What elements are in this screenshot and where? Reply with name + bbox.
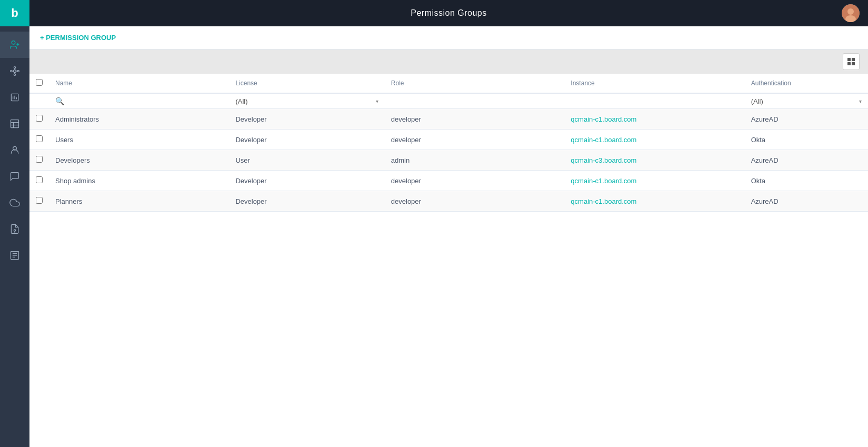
row-checkbox[interactable] — [36, 156, 43, 163]
row-role: developer — [385, 171, 565, 191]
filter-checkbox-cell — [29, 93, 49, 109]
filter-auth-cell: (All) AzureAD Okta ▾ — [745, 93, 868, 109]
content-area: + PERMISSION GROUP — [29, 26, 868, 447]
row-checkbox[interactable] — [36, 115, 43, 122]
topbar: Permission Groups — [29, 0, 868, 26]
svg-rect-31 — [847, 62, 851, 65]
row-license: Developer — [229, 130, 384, 150]
svg-rect-30 — [852, 58, 855, 61]
table-row[interactable]: Shop admins Developer developer qcmain-c… — [29, 171, 868, 191]
row-license: Developer — [229, 171, 384, 191]
filter-role-cell — [385, 93, 565, 109]
col-header-license: License — [229, 74, 384, 93]
sidebar-item-reports[interactable] — [0, 84, 29, 111]
svg-rect-14 — [11, 120, 19, 128]
svg-point-20 — [14, 230, 15, 231]
license-chevron-icon: ▾ — [376, 98, 378, 104]
filter-instance-cell — [564, 93, 744, 109]
table-header-row: Name License Role Instance Authenticatio — [29, 74, 868, 93]
col-header-instance: Instance — [564, 74, 744, 93]
row-checkbox-cell — [29, 171, 49, 191]
table-row[interactable]: Administrators Developer developer qcmai… — [29, 109, 868, 130]
filter-bar — [29, 49, 868, 74]
row-role: developer — [385, 109, 565, 130]
row-role: admin — [385, 150, 565, 171]
row-instance: qcmain-c1.board.com — [564, 130, 744, 150]
col-header-auth: Authentication — [745, 74, 868, 93]
svg-point-27 — [847, 8, 854, 15]
row-checkbox-cell — [29, 130, 49, 150]
search-icon: 🔍 — [55, 97, 64, 105]
sidebar-item-data[interactable] — [0, 111, 29, 137]
table-wrapper: Name License Role Instance Authenticatio — [29, 74, 868, 447]
row-license: User — [229, 150, 384, 171]
col-header-role: Role — [385, 74, 565, 93]
table-row[interactable]: Developers User admin qcmain-c3.board.co… — [29, 150, 868, 171]
row-name: Developers — [49, 150, 229, 171]
row-instance: qcmain-c1.board.com — [564, 109, 744, 130]
filter-name-cell: 🔍 — [49, 93, 229, 109]
auth-chevron-icon: ▾ — [859, 98, 862, 104]
row-instance: qcmain-c1.board.com — [564, 191, 744, 212]
filter-row: 🔍 (All) Developer User ▾ — [29, 93, 868, 109]
table-row[interactable]: Users Developer developer qcmain-c1.boar… — [29, 130, 868, 150]
row-license: Developer — [229, 109, 384, 130]
row-name: Shop admins — [49, 171, 229, 191]
svg-rect-32 — [852, 62, 855, 65]
svg-point-0 — [12, 41, 15, 45]
row-checkbox[interactable] — [36, 197, 43, 204]
license-filter-select[interactable]: (All) Developer User — [235, 97, 373, 105]
add-permission-group-button[interactable]: + PERMISSION GROUP — [40, 34, 116, 42]
row-auth: AzureAD — [745, 191, 868, 212]
row-checkbox-cell — [29, 150, 49, 171]
row-role: developer — [385, 191, 565, 212]
row-auth: Okta — [745, 171, 868, 191]
sidebar-item-hub[interactable] — [0, 58, 29, 84]
row-name: Administrators — [49, 109, 229, 130]
svg-point-5 — [11, 70, 12, 72]
row-role: developer — [385, 130, 565, 150]
row-auth: AzureAD — [745, 150, 868, 171]
row-instance: qcmain-c3.board.com — [564, 150, 744, 171]
sidebar-item-users[interactable] — [0, 32, 29, 58]
row-checkbox-cell — [29, 109, 49, 130]
select-all-checkbox[interactable] — [36, 79, 43, 86]
sidebar-item-cloud[interactable] — [0, 190, 29, 216]
main-content: Permission Groups + PERMISSION GROUP — [29, 0, 868, 447]
page-title: Permission Groups — [411, 8, 487, 18]
svg-point-2 — [14, 67, 15, 68]
table-row[interactable]: Planners Developer developer qcmain-c1.b… — [29, 191, 868, 212]
col-header-name: Name — [49, 74, 229, 93]
sidebar-nav — [0, 26, 29, 447]
sidebar-item-chat[interactable] — [0, 163, 29, 190]
row-checkbox[interactable] — [36, 135, 43, 142]
auth-filter-select[interactable]: (All) AzureAD Okta — [751, 97, 857, 105]
row-checkbox-cell — [29, 191, 49, 212]
checkbox-header — [29, 74, 49, 93]
row-name: Users — [49, 130, 229, 150]
sidebar-item-logs[interactable] — [0, 242, 29, 269]
svg-point-4 — [14, 74, 15, 75]
sidebar: b — [0, 0, 29, 447]
toolbar: + PERMISSION GROUP — [29, 26, 868, 49]
avatar[interactable] — [842, 4, 860, 22]
svg-rect-29 — [847, 58, 851, 61]
row-auth: AzureAD — [745, 109, 868, 130]
row-checkbox[interactable] — [36, 176, 43, 183]
app-logo: b — [0, 0, 29, 26]
permission-groups-table: Name License Role Instance Authenticatio — [29, 74, 868, 212]
row-instance: qcmain-c1.board.com — [564, 171, 744, 191]
row-name: Planners — [49, 191, 229, 212]
row-license: Developer — [229, 191, 384, 212]
sidebar-item-license[interactable] — [0, 216, 29, 242]
sidebar-item-groups[interactable] — [0, 137, 29, 163]
row-auth: Okta — [745, 130, 868, 150]
svg-point-3 — [17, 70, 19, 72]
grid-view-button[interactable] — [843, 53, 860, 70]
filter-license-cell: (All) Developer User ▾ — [229, 93, 384, 109]
